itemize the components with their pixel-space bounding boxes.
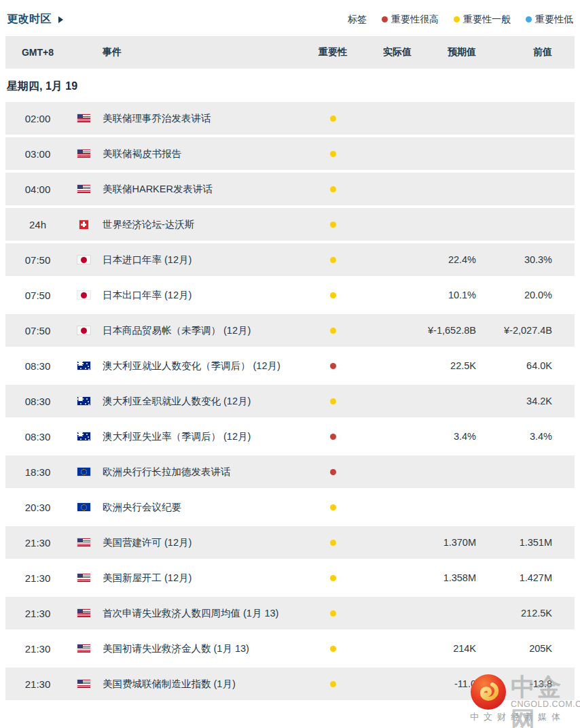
table-row[interactable]: 21:30 美国营建许可 (12月) 1.370M 1.351M	[5, 526, 575, 559]
event-time: 21:30	[5, 572, 70, 584]
legend-item-high: 重要性很高	[382, 14, 439, 26]
importance-cell	[309, 292, 357, 298]
change-timezone-label: 更改时区	[7, 12, 52, 27]
country-flag-icon	[77, 538, 90, 547]
importance-cell	[309, 434, 357, 440]
event-title: 美联储理事乔治发表讲话	[97, 112, 309, 125]
country-flag-icon	[77, 291, 90, 299]
forecast-value: 1.358M	[421, 572, 484, 583]
event-time: 07:50	[5, 325, 70, 336]
table-row[interactable]: 21:30 美国新屋开工 (12月) 1.358M 1.427M	[5, 561, 575, 594]
importance-cell	[309, 575, 357, 581]
flag-cell	[70, 362, 97, 370]
column-header-importance: 重要性	[309, 46, 357, 58]
event-time: 21:30	[5, 537, 70, 549]
event-time: 07:50	[5, 290, 70, 301]
forecast-value: 22.4%	[421, 254, 484, 265]
column-header-previous: 前值	[484, 46, 575, 58]
table-row[interactable]: 08:30 澳大利亚失业率（季调后） (12月) 3.4% 3.4%	[5, 420, 575, 453]
previous-value: 212.5K	[484, 608, 575, 619]
importance-dot-icon	[330, 434, 336, 440]
event-time: 08:30	[5, 360, 70, 372]
table-row[interactable]: 07:50 日本进口年率 (12月) 22.4% 30.3%	[5, 243, 575, 276]
watermark-tagline: 中文财经新媒体	[470, 711, 565, 723]
flag-cell	[70, 468, 97, 476]
importance-dot-icon	[330, 398, 336, 404]
event-title: 美联储褐皮书报告	[97, 148, 309, 160]
importance-low-dot-icon	[526, 16, 532, 22]
table-row[interactable]: 08:30 澳大利亚就业人数变化（季调后） (12月) 22.5K 64.0K	[5, 349, 575, 382]
flag-cell	[70, 150, 97, 158]
previous-value: 20.0%	[484, 290, 575, 300]
importance-cell	[309, 116, 357, 122]
country-flag-icon	[77, 609, 90, 617]
table-row[interactable]: 24h 世界经济论坛-达沃斯	[5, 208, 575, 241]
importance-cell	[309, 257, 357, 263]
table-header-row: GMT+8 事件 重要性 实际值 预期值 前值	[5, 36, 575, 69]
country-flag-icon	[77, 503, 90, 511]
forecast-value: ¥-1,652.8B	[421, 325, 484, 336]
column-header-actual: 实际值	[357, 46, 421, 58]
event-title: 澳大利亚全职就业人数变化 (12月)	[97, 395, 309, 408]
importance-medium-dot-icon	[454, 16, 460, 22]
importance-cell	[309, 151, 357, 157]
event-title: 美国费城联储制造业指数 (1月)	[97, 678, 309, 691]
table-row[interactable]: 21:30 首次申请失业救济人数四周均值 (1月 13) 212.5K	[5, 597, 575, 629]
column-header-time: GMT+8	[5, 47, 70, 58]
importance-cell	[309, 222, 357, 228]
previous-value: 205K	[484, 643, 575, 654]
importance-cell	[309, 186, 357, 192]
previous-value: 30.3%	[484, 254, 575, 265]
table-row[interactable]: 20:30 欧洲央行会议纪要	[5, 491, 575, 523]
legend-item-label: 重要性低	[535, 14, 573, 26]
importance-cell	[309, 398, 357, 404]
event-title: 澳大利亚失业率（季调后） (12月)	[97, 430, 309, 443]
event-title: 澳大利亚就业人数变化（季调后） (12月)	[97, 360, 309, 372]
importance-cell	[309, 610, 357, 617]
flag-cell	[70, 185, 97, 193]
column-header-forecast: 预期值	[421, 46, 484, 58]
importance-cell	[309, 681, 357, 687]
flag-cell	[70, 256, 97, 264]
table-row[interactable]: 02:00 美联储理事乔治发表讲话	[5, 102, 575, 135]
importance-dot-icon	[330, 257, 336, 263]
event-title: 世界经济论坛-达沃斯	[97, 218, 309, 231]
event-title: 美联储HARKER发表讲话	[97, 183, 309, 196]
flag-cell	[70, 432, 97, 440]
country-flag-icon	[77, 432, 90, 440]
change-timezone-button[interactable]: 更改时区	[7, 12, 63, 27]
event-title: 美国营建许可 (12月)	[97, 536, 309, 549]
country-flag-icon	[77, 256, 90, 264]
event-title: 美国新屋开工 (12月)	[97, 572, 309, 585]
previous-value: 3.4%	[484, 431, 575, 442]
table-row[interactable]: 08:30 澳大利亚全职就业人数变化 (12月) 34.2K	[5, 385, 575, 417]
flag-cell	[70, 574, 97, 582]
chevron-right-icon	[58, 16, 63, 23]
table-row[interactable]: 18:30 欧洲央行行长拉加德发表讲话	[5, 455, 575, 488]
importance-dot-icon	[330, 151, 336, 157]
table-row[interactable]: 03:00 美联储褐皮书报告	[5, 137, 575, 170]
event-title: 欧洲央行行长拉加德发表讲话	[97, 466, 309, 479]
importance-dot-icon	[330, 469, 336, 475]
table-row[interactable]: 21:30 美国费城联储制造业指数 (1月) -11.0 -13.8	[5, 668, 575, 700]
flag-cell	[70, 680, 97, 688]
importance-dot-icon	[330, 116, 336, 122]
importance-cell	[309, 363, 357, 369]
importance-dot-icon	[330, 292, 336, 298]
economic-calendar-page: 更改时区 标签 重要性很高 重要性一般 重要性低 GMT+8 事件 重要性 实际…	[0, 0, 580, 728]
date-section-header: 星期四, 1月 19	[0, 69, 580, 102]
table-row[interactable]: 04:00 美联储HARKER发表讲话	[5, 173, 575, 205]
table-row[interactable]: 07:50 日本出口年率 (12月) 10.1% 20.0%	[5, 279, 575, 311]
previous-value: 64.0K	[484, 360, 575, 371]
importance-dot-icon	[330, 610, 336, 617]
event-time: 08:30	[5, 396, 70, 407]
importance-dot-icon	[330, 540, 336, 546]
event-time: 03:00	[5, 148, 70, 160]
event-title: 欧洲央行会议纪要	[97, 501, 309, 514]
importance-high-dot-icon	[382, 16, 388, 22]
table-row[interactable]: 07:50 日本商品贸易帐（未季调） (12月) ¥-1,652.8B ¥-2,…	[5, 314, 575, 347]
table-row[interactable]: 21:30 美国初请失业救济金人数 (1月 13) 214K 205K	[5, 632, 575, 665]
previous-value: ¥-2,027.4B	[484, 325, 575, 336]
flag-cell	[70, 503, 97, 511]
flag-cell	[70, 609, 97, 617]
